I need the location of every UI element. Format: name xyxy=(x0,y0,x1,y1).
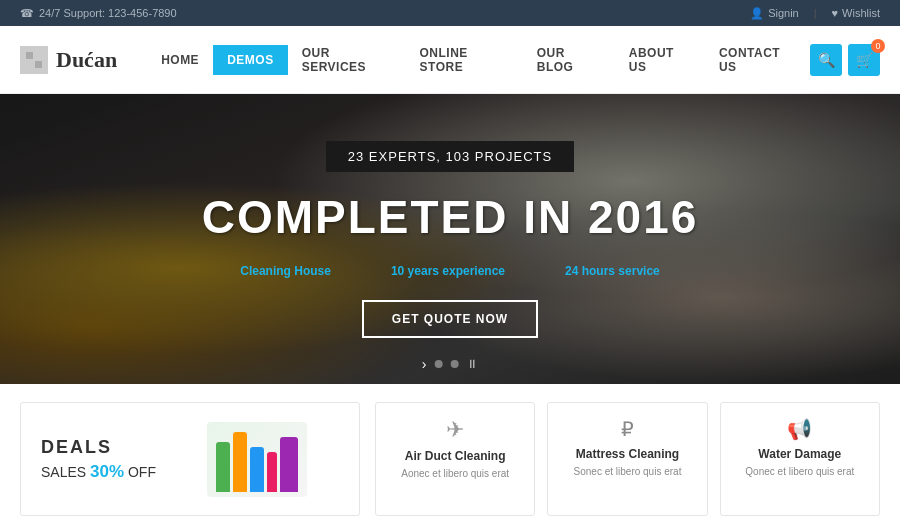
mattress-icon: ₽ xyxy=(560,417,694,441)
air-duct-icon: ✈ xyxy=(388,417,522,443)
deals-title: DEALS xyxy=(41,437,156,458)
search-button[interactable]: 🔍 xyxy=(810,44,842,76)
air-duct-desc: Aonec et libero quis erat xyxy=(388,467,522,481)
get-quote-button[interactable]: GET QUOTE NOW xyxy=(362,300,538,338)
svg-rect-3 xyxy=(35,61,42,68)
water-damage-title: Water Damage xyxy=(733,447,867,461)
main-nav: HOME DEMOS OUR SERVICES ONLINE STORE OUR… xyxy=(147,38,810,82)
mattress-title: Mattress Cleaning xyxy=(560,447,694,461)
mattress-desc: Sonec et libero quis erat xyxy=(560,465,694,479)
support-text: 24/7 Support: 123-456-7890 xyxy=(39,7,177,19)
deals-image xyxy=(176,422,339,497)
service-cards: ✈ Air Duct Cleaning Aonec et libero quis… xyxy=(375,402,880,516)
cart-button[interactable]: 🛒 0 xyxy=(848,44,880,76)
water-damage-icon: 📢 xyxy=(733,417,867,441)
hero-section: 23 EXPERTS, 103 PROJECTS COMPLETED IN 20… xyxy=(0,94,900,384)
hero-content: 23 EXPERTS, 103 PROJECTS COMPLETED IN 20… xyxy=(202,141,699,338)
cleaning-products-img xyxy=(207,422,307,497)
nav-store[interactable]: ONLINE STORE xyxy=(406,38,523,82)
water-damage-desc: Qonec et libero quis erat xyxy=(733,465,867,479)
slider-dot-1[interactable] xyxy=(434,360,442,368)
heart-icon: ♥ xyxy=(832,7,839,19)
site-header: Dućan HOME DEMOS OUR SERVICES ONLINE STO… xyxy=(0,26,900,94)
slider-controls: › ⏸ xyxy=(422,356,479,372)
nav-blog[interactable]: OUR BLOG xyxy=(523,38,615,82)
service-card-air-duct: ✈ Air Duct Cleaning Aonec et libero quis… xyxy=(375,402,535,516)
support-info: ☎ 24/7 Support: 123-456-7890 xyxy=(20,7,177,20)
hero-features: Cleaning House 10 years experience 24 ho… xyxy=(202,264,699,278)
slider-arrow[interactable]: › xyxy=(422,356,427,372)
cart-icon: 🛒 xyxy=(856,52,873,68)
top-bar-right: 👤 Signin | ♥ Wishlist xyxy=(750,7,880,20)
bottom-section: DEALS SALES 30% OFF ✈ Air Duct Cleaning … xyxy=(0,384,900,516)
bottle-2 xyxy=(233,432,247,492)
nav-demos[interactable]: DEMOS xyxy=(213,45,288,75)
bottle-3 xyxy=(250,447,264,492)
bottle-1 xyxy=(216,442,230,492)
signin-icon: 👤 xyxy=(750,7,764,20)
svg-rect-1 xyxy=(35,52,42,59)
slider-dot-2[interactable] xyxy=(450,360,458,368)
logo-text: Dućan xyxy=(56,47,117,73)
nav-about[interactable]: ABOUT US xyxy=(615,38,705,82)
deals-text: DEALS SALES 30% OFF xyxy=(41,437,156,482)
deals-subtitle: SALES 30% OFF xyxy=(41,462,156,482)
header-actions: 🔍 🛒 0 xyxy=(810,44,880,76)
svg-rect-2 xyxy=(26,61,33,68)
bottle-4 xyxy=(267,452,277,492)
deals-card: DEALS SALES 30% OFF xyxy=(20,402,360,516)
site-logo[interactable]: Dućan xyxy=(20,46,117,74)
service-card-mattress: ₽ Mattress Cleaning Sonec et libero quis… xyxy=(547,402,707,516)
air-duct-title: Air Duct Cleaning xyxy=(388,449,522,463)
hero-feature-2: 10 years experience xyxy=(391,264,505,278)
phone-icon: ☎ xyxy=(20,7,34,20)
hero-title: COMPLETED IN 2016 xyxy=(202,190,699,244)
nav-services[interactable]: OUR SERVICES xyxy=(288,38,406,82)
service-card-water: 📢 Water Damage Qonec et libero quis erat xyxy=(720,402,880,516)
nav-contact[interactable]: CONTACT US xyxy=(705,38,810,82)
svg-rect-0 xyxy=(26,52,33,59)
deals-discount: 30% xyxy=(90,462,124,481)
nav-home[interactable]: HOME xyxy=(147,45,213,75)
logo-icon xyxy=(20,46,48,74)
cart-count-badge: 0 xyxy=(871,39,885,53)
hero-feature-3: 24 hours service xyxy=(565,264,660,278)
search-icon: 🔍 xyxy=(818,52,835,68)
slider-pause[interactable]: ⏸ xyxy=(466,357,478,371)
top-bar: ☎ 24/7 Support: 123-456-7890 👤 Signin | … xyxy=(0,0,900,26)
bottle-5 xyxy=(280,437,298,492)
hero-feature-1: Cleaning House xyxy=(240,264,331,278)
logo-svg xyxy=(25,51,43,69)
hero-tag: 23 EXPERTS, 103 PROJECTS xyxy=(326,141,574,172)
signin-link[interactable]: 👤 Signin xyxy=(750,7,799,20)
wishlist-link[interactable]: ♥ Wishlist xyxy=(832,7,880,19)
